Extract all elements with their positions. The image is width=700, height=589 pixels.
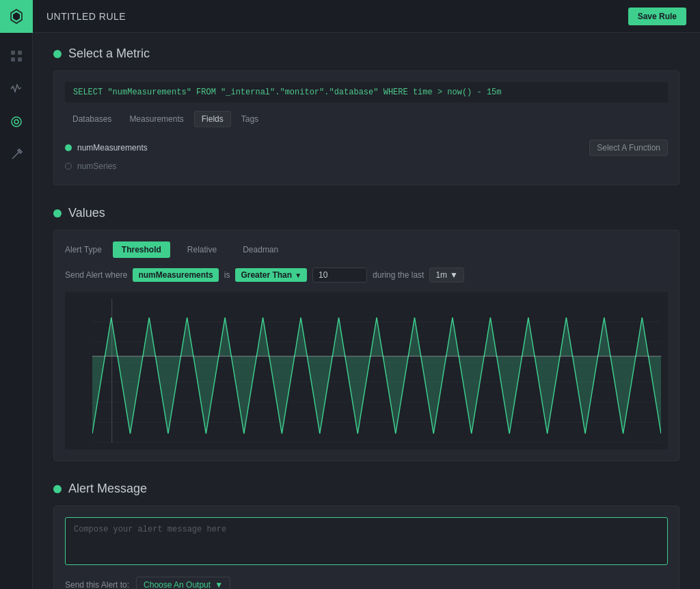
metric-active-dot: [65, 144, 72, 151]
sidebar-item-tools[interactable]: [3, 141, 30, 168]
svg-text:15:38: 15:38: [198, 448, 215, 449]
header: UNTITLED RULE Save Rule: [33, 0, 700, 33]
values-section-header: Values: [53, 206, 679, 220]
during-label: during the last: [373, 270, 424, 280]
tool-icon: [10, 148, 23, 161]
metric-item-num-series[interactable]: numSeries: [65, 159, 668, 174]
sql-query[interactable]: SELECT "numMeasurements" FROM "_internal…: [65, 82, 668, 103]
send-to-label: Send this Alert to:: [65, 580, 129, 589]
svg-rect-5: [18, 57, 22, 62]
content-area: Select a Metric SELECT "numMeasurements"…: [33, 33, 700, 589]
values-section-dot: [53, 209, 62, 218]
condition-value: Greater Than: [241, 270, 292, 280]
condition-dropdown[interactable]: Greater Than ▼: [235, 268, 307, 282]
metric-section-header: Select a Metric: [53, 47, 679, 61]
main-content: UNTITLED RULE Save Rule Select a Metric …: [33, 0, 700, 589]
output-value: Choose An Output: [144, 580, 211, 589]
alert-message-header: Alert Message: [53, 482, 679, 496]
svg-rect-3: [18, 51, 22, 55]
alert-type-label: Alert Type: [65, 245, 102, 254]
svg-text:15:40: 15:40: [293, 448, 310, 449]
alert-message-card: Send this Alert to: Choose An Output ▼: [53, 506, 679, 589]
sidebar: [0, 0, 33, 589]
svg-text:15:36: 15:36: [103, 448, 121, 449]
tab-measurements[interactable]: Measurements: [122, 111, 191, 127]
values-section: Values Alert Type Threshold Relative Dea…: [53, 206, 679, 461]
metric-section-title: Select a Metric: [68, 47, 150, 61]
svg-point-7: [14, 120, 18, 124]
alert-field-name: numMeasurements: [133, 268, 218, 282]
logo[interactable]: [0, 0, 33, 33]
alert-icon: [10, 116, 23, 128]
sidebar-item-grid[interactable]: [3, 42, 30, 70]
tab-databases[interactable]: Databases: [65, 111, 119, 127]
alert-message-textarea[interactable]: [65, 517, 668, 565]
chart-container: 2 4 6 8 10 12 14 15:36 15:38 15:40 15:42…: [65, 292, 668, 449]
time-window-value: 1m: [435, 270, 447, 280]
metric-inactive-dot: [65, 163, 72, 170]
tab-fields[interactable]: Fields: [194, 111, 231, 127]
time-window-dropdown[interactable]: 1m ▼: [429, 267, 464, 283]
select-function-button[interactable]: Select A Function: [589, 140, 668, 156]
metric-field-label-1: numSeries: [77, 161, 116, 171]
svg-point-6: [12, 117, 21, 127]
activity-icon: [10, 83, 23, 95]
tab-deadman[interactable]: Deadman: [234, 241, 287, 258]
values-section-title: Values: [68, 206, 105, 220]
alert-message-dot: [53, 485, 62, 493]
sidebar-item-alerts[interactable]: [3, 108, 30, 135]
condition-dropdown-arrow: ▼: [295, 272, 301, 279]
page-title: UNTITLED RULE: [46, 11, 126, 22]
svg-rect-4: [11, 57, 15, 62]
svg-marker-1: [13, 12, 20, 21]
metric-section-dot: [53, 50, 62, 58]
tab-relative[interactable]: Relative: [178, 241, 226, 258]
send-to-row: Send this Alert to: Choose An Output ▼: [65, 577, 668, 589]
output-dropdown-arrow: ▼: [215, 580, 223, 589]
svg-text:15:46: 15:46: [557, 448, 575, 449]
threshold-input[interactable]: [312, 267, 367, 283]
svg-rect-2: [11, 51, 15, 55]
logo-icon: [8, 8, 25, 25]
alert-message-title: Alert Message: [68, 482, 147, 496]
alert-message-section: Alert Message Send this Alert to: Choose…: [53, 482, 679, 589]
alert-type-row: Alert Type Threshold Relative Deadman: [65, 241, 668, 258]
grid-icon: [10, 50, 23, 62]
svg-text:15:48: 15:48: [636, 448, 654, 449]
metric-card: SELECT "numMeasurements" FROM "_internal…: [53, 70, 679, 185]
send-alert-row: Send Alert where numMeasurements is Grea…: [65, 267, 668, 283]
alert-is-label: is: [224, 270, 230, 280]
time-window-arrow: ▼: [450, 270, 458, 280]
metric-field-label-0: numMeasurements: [77, 143, 148, 153]
sidebar-item-activity[interactable]: [3, 75, 30, 103]
svg-text:15:42: 15:42: [388, 448, 405, 449]
output-dropdown[interactable]: Choose An Output ▼: [136, 577, 230, 589]
send-alert-label: Send Alert where: [65, 270, 127, 280]
metric-section: Select a Metric SELECT "numMeasurements"…: [53, 47, 679, 185]
tab-threshold[interactable]: Threshold: [113, 241, 170, 258]
tab-tags[interactable]: Tags: [234, 111, 266, 127]
values-card: Alert Type Threshold Relative Deadman Se…: [53, 230, 679, 461]
metric-tabs: Databases Measurements Fields Tags: [65, 111, 668, 127]
threshold-chart: 2 4 6 8 10 12 14 15:36 15:38 15:40 15:42…: [92, 299, 661, 449]
svg-text:15:44: 15:44: [482, 448, 500, 449]
save-rule-button[interactable]: Save Rule: [628, 8, 686, 25]
metric-item-num-measurements[interactable]: numMeasurements Select A Function: [65, 137, 668, 159]
